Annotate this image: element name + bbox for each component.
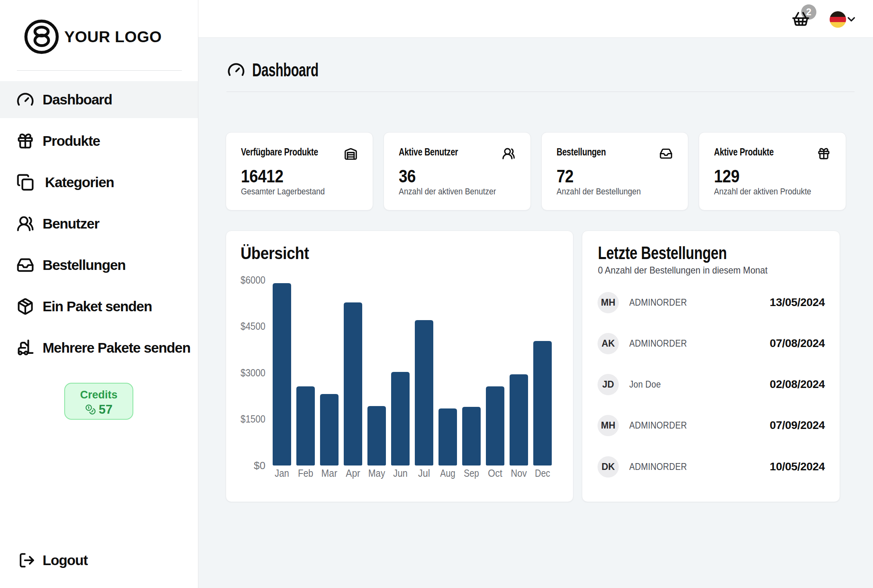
svg-text:$0: $0	[254, 459, 265, 472]
svg-text:Mar: Mar	[321, 467, 337, 479]
svg-text:May: May	[368, 467, 385, 479]
svg-text:$4500: $4500	[241, 320, 265, 332]
svg-text:$3000: $3000	[241, 367, 265, 379]
svg-text:Jul: Jul	[418, 467, 430, 479]
svg-text:Nov: Nov	[511, 467, 527, 479]
svg-text:$6000: $6000	[241, 274, 265, 286]
svg-text:Jan: Jan	[275, 467, 289, 479]
svg-text:Sep: Sep	[464, 467, 479, 479]
svg-text:Apr: Apr	[346, 467, 360, 479]
svg-text:Feb: Feb	[298, 467, 313, 479]
svg-text:Jun: Jun	[393, 467, 408, 479]
svg-text:Dec: Dec	[535, 467, 550, 479]
svg-text:Aug: Aug	[440, 467, 455, 479]
svg-text:$1500: $1500	[241, 413, 265, 425]
svg-text:Oct: Oct	[488, 467, 503, 479]
